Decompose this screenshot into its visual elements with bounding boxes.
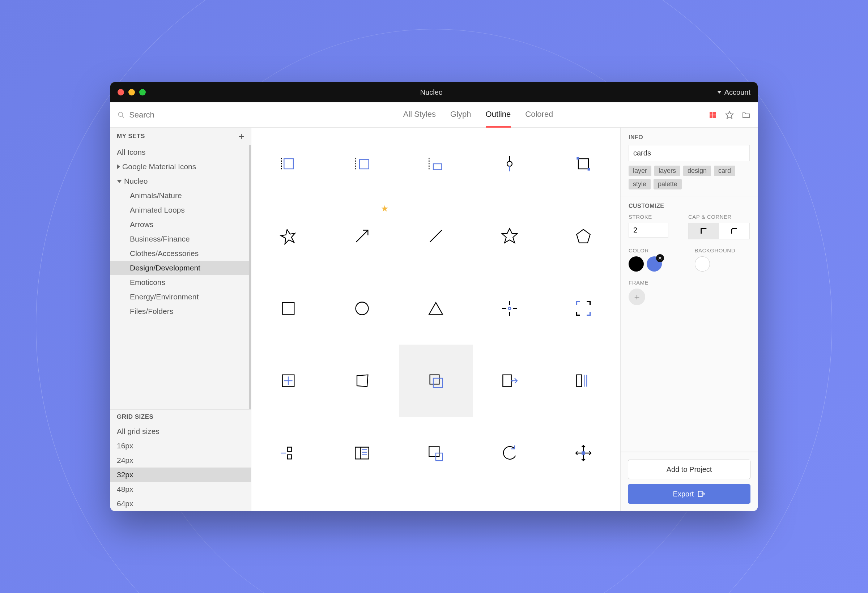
search-input[interactable]: [128, 110, 248, 120]
customize-label: CUSTOMIZE: [629, 203, 750, 209]
sidebar-item-arrows[interactable]: Arrows: [110, 217, 249, 232]
grid-all-sizes[interactable]: All grid sizes: [110, 424, 251, 439]
tag-item[interactable]: style: [629, 179, 651, 189]
icon-circle[interactable]: [325, 272, 399, 345]
icon-artboard[interactable]: [546, 128, 620, 200]
icon-arrow-diagonal[interactable]: ★: [325, 200, 399, 272]
grid-32px[interactable]: 32px: [110, 468, 251, 482]
search-field[interactable]: [118, 110, 248, 120]
svg-marker-34: [357, 375, 368, 387]
icon-layout-sidebar[interactable]: [325, 417, 399, 489]
svg-point-30: [508, 307, 511, 310]
minimize-window-icon[interactable]: [128, 89, 135, 96]
svg-rect-3: [713, 112, 716, 115]
icon-pentagon[interactable]: [546, 200, 620, 272]
tag-item[interactable]: palette: [654, 179, 682, 189]
grid-view-icon[interactable]: [709, 111, 717, 119]
grid-64px[interactable]: 64px: [110, 496, 251, 511]
icon-cards[interactable]: [399, 345, 473, 417]
sidebar-item-clothes[interactable]: Clothes/Accessories: [110, 246, 249, 261]
close-window-icon[interactable]: [118, 89, 124, 96]
sidebar-item-design-development[interactable]: Design/Development: [110, 261, 249, 275]
svg-rect-36: [433, 378, 443, 388]
svg-rect-10: [360, 159, 369, 169]
tag-item[interactable]: design: [683, 165, 711, 176]
remove-color-icon[interactable]: ✕: [656, 254, 664, 262]
icon-align-center[interactable]: [325, 128, 399, 200]
sidebar-item-energy[interactable]: Energy/Environment: [110, 290, 249, 304]
icon-refresh[interactable]: [473, 417, 546, 489]
icon-line[interactable]: [399, 200, 473, 272]
svg-rect-35: [430, 375, 440, 384]
maximize-window-icon[interactable]: [139, 89, 146, 96]
icon-crop[interactable]: [251, 345, 325, 417]
svg-line-1: [122, 116, 124, 118]
color-swatch-black[interactable]: [629, 257, 644, 271]
toolbar: All Styles Glyph Outline Colored: [110, 102, 758, 128]
sidebar-item-animals[interactable]: Animals/Nature: [110, 188, 249, 203]
icon-device-overlap[interactable]: [399, 417, 473, 489]
svg-point-39: [511, 380, 513, 382]
account-menu[interactable]: Account: [717, 88, 750, 97]
sidebar-item-files[interactable]: Files/Folders: [110, 304, 249, 319]
tab-colored[interactable]: Colored: [525, 102, 553, 128]
svg-rect-46: [355, 447, 369, 459]
icon-export-right[interactable]: [473, 345, 546, 417]
icon-square[interactable]: [251, 272, 325, 345]
svg-rect-55: [582, 451, 585, 454]
export-icon: [697, 490, 705, 498]
svg-marker-21: [502, 229, 517, 243]
svg-point-14: [507, 161, 512, 166]
icon-columns[interactable]: [546, 345, 620, 417]
folder-icon[interactable]: [742, 111, 750, 119]
add-frame-button[interactable]: +: [629, 289, 645, 305]
svg-line-20: [430, 230, 442, 242]
icon-crosshair[interactable]: [473, 272, 546, 345]
stroke-input[interactable]: [629, 223, 668, 237]
svg-point-24: [356, 302, 369, 315]
sidebar: MY SETS + All Icons Google Material Icon…: [110, 128, 251, 511]
icon-star-outline[interactable]: [251, 200, 325, 272]
icon-triangle[interactable]: [399, 272, 473, 345]
tab-outline[interactable]: Outline: [486, 102, 511, 128]
favorite-star-icon: ★: [381, 204, 389, 214]
sidebar-item-emoticons[interactable]: Emoticons: [110, 275, 249, 290]
my-sets-header: MY SETS +: [110, 128, 251, 145]
sidebar-item-animated-loops[interactable]: Animated Loops: [110, 203, 249, 217]
icon-perspective[interactable]: [325, 345, 399, 417]
tag-item[interactable]: layer: [629, 165, 651, 176]
sidebar-item-business[interactable]: Business/Finance: [110, 232, 249, 246]
tag-item[interactable]: layers: [654, 165, 680, 176]
favorites-icon[interactable]: [725, 111, 734, 119]
background-swatch[interactable]: [695, 257, 710, 271]
svg-rect-8: [284, 159, 293, 169]
tab-all-styles[interactable]: All Styles: [403, 102, 436, 128]
sidebar-item-nucleo[interactable]: Nucleo: [110, 174, 249, 188]
traffic-lights: [118, 89, 146, 96]
tab-glyph[interactable]: Glyph: [450, 102, 471, 128]
sidebar-item-all-icons[interactable]: All Icons: [110, 145, 249, 159]
color-swatch-accent[interactable]: ✕: [647, 257, 662, 271]
icon-align-left[interactable]: [251, 128, 325, 200]
svg-rect-51: [429, 446, 439, 456]
cap-square-button[interactable]: [689, 223, 719, 239]
icon-name-input[interactable]: [629, 145, 750, 161]
cap-round-button[interactable]: [719, 223, 749, 239]
add-set-button[interactable]: +: [238, 131, 245, 142]
icon-distribute[interactable]: [251, 417, 325, 489]
icon-move[interactable]: [546, 417, 620, 489]
icon-align-bottom[interactable]: [399, 128, 473, 200]
svg-marker-22: [577, 229, 590, 243]
app-title: Nucleo: [146, 88, 717, 97]
grid-24px[interactable]: 24px: [110, 453, 251, 468]
export-button[interactable]: Export: [628, 484, 750, 504]
icon-frame-corners[interactable]: [546, 272, 620, 345]
svg-rect-5: [713, 115, 716, 118]
tag-item[interactable]: card: [714, 165, 735, 176]
sidebar-item-google-material[interactable]: Google Material Icons: [110, 159, 249, 174]
grid-16px[interactable]: 16px: [110, 439, 251, 453]
grid-48px[interactable]: 48px: [110, 482, 251, 496]
icon-anchor-point[interactable]: [473, 128, 546, 200]
icon-star[interactable]: [473, 200, 546, 272]
add-to-project-button[interactable]: Add to Project: [628, 460, 750, 479]
